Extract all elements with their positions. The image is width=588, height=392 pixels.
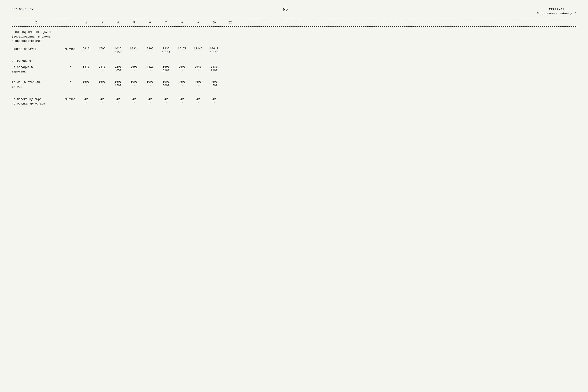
air-flow-col4: 4027 6156 (110, 47, 126, 54)
air-flow-col2: 5813 - (78, 47, 94, 54)
header-right: 22242-01 Продолжение таблицы 5 (537, 8, 576, 15)
doc-id: 902-03-6I.87 (12, 8, 33, 11)
stabilizers-col6: 3000 - (142, 80, 158, 87)
col-header-3: 3 (94, 21, 110, 24)
column-headers: I 2 3 4 5 6 7 8 9 IO II (12, 20, 576, 26)
aeration-col4: 2200 4050 (110, 65, 126, 72)
air-flow-col9: 12242 - (190, 47, 206, 54)
doc-number: 22242-01 (537, 8, 576, 11)
stabilizers-col8: 4500 - (174, 80, 190, 87)
air-flow-col8: 15170 - (174, 47, 190, 54)
pumping-col10: 20 - (206, 97, 222, 104)
pumping-col7: 20 - (158, 97, 174, 104)
col-header-8: 8 (174, 21, 190, 24)
stabilizers-col4: 1500 1500 (110, 80, 126, 87)
stabilizers-col2: 1500 - (78, 80, 94, 87)
air-flow-unit: м3/час (62, 47, 78, 51)
col-header-1: I (12, 21, 62, 24)
stabilizers-col5: 3000 - (126, 80, 142, 87)
pumping-col5: 20 - (126, 97, 142, 104)
air-flow-col5: 10324 - (126, 47, 142, 54)
pumping-unit: м3/час (62, 97, 78, 101)
pumping-col4: 20 - (110, 97, 126, 104)
aeration-col7: 3690 6160 (158, 65, 174, 72)
table-subtitle: Продолжение таблицы 5 (537, 12, 576, 15)
col-header-7: 7 (158, 21, 174, 24)
col-header-9: 9 (190, 21, 206, 24)
air-flow-row: Расход воздуха м3/час 5813 - 4705 - 4027… (12, 46, 576, 55)
col-header-11: II (222, 21, 238, 24)
pumping-col3: 20 - (94, 97, 110, 104)
aeration-col5: 6590 - (126, 65, 142, 72)
aeration-label: на аэрацию в аэротенки (12, 65, 62, 74)
aeration-col2: 3870 - (78, 65, 94, 72)
aeration-col9: 6940 - (190, 65, 206, 72)
stabilizers-col10: 4500 4500 (206, 80, 222, 87)
col-header-6: 6 (142, 21, 158, 24)
section-title-row: ПРОИЗВОДСТВЕННОЕ ЗДАНИЕ (воздуходувная в… (12, 28, 576, 44)
pumping-label: На перекачку сыро- го осадка эрлифтами (12, 97, 62, 106)
stabilizers-col3: 1500 - (94, 80, 110, 87)
page-header: 902-03-6I.87 65 22242-01 Продолжение таб… (12, 8, 576, 15)
stabilizers-col7: 3000 3000 (158, 80, 174, 87)
col-header-10: IO (206, 21, 222, 24)
incl-label: в том числе: (12, 59, 62, 64)
col-header-2: 2 (78, 21, 94, 24)
col-header-5: 5 (126, 21, 142, 24)
header-bottom-border (12, 26, 576, 27)
air-flow-col10: 10619 15100 (206, 47, 222, 54)
top-border (12, 19, 576, 19)
incl-row: в том числе: (12, 57, 576, 64)
stabilizers-col9: 4500 - (190, 80, 206, 87)
section-title-label: ПРОИЗВОДСТВЕННОЕ ЗДАНИЕ (воздуходувная в… (12, 30, 62, 44)
pumping-col9: 20 - (190, 97, 206, 104)
pumping-col8: 20 - (174, 97, 190, 104)
aeration-row: на аэрацию в аэротенки " 3870 - 2870 - 2… (12, 64, 576, 75)
air-flow-col7: 7235 10184 (158, 47, 174, 54)
aeration-unit: " (62, 65, 78, 69)
air-flow-label: Расход воздуха (12, 47, 62, 52)
stabilizers-unit: " (62, 80, 78, 84)
air-flow-col6: 8365 - (142, 47, 158, 54)
stabilizers-label: То же, в стабили- заторы (12, 80, 62, 89)
stabilizers-row: То же, в стабили- заторы " 1500 - 1500 -… (12, 79, 576, 90)
air-flow-col3: 4705 - (94, 47, 110, 54)
col-header-4: 4 (110, 21, 126, 24)
pumping-row: На перекачку сыро- го осадка эрлифтами м… (12, 96, 576, 107)
aeration-col6: 4810 - (142, 65, 158, 72)
aeration-col10: 5330 9100 (206, 65, 222, 72)
main-table: I 2 3 4 5 6 7 8 9 IO II ПРОИЗВОДСТВЕННОЕ… (12, 19, 576, 107)
aeration-col3: 2870 - (94, 65, 110, 72)
page-number: 65 (283, 7, 288, 12)
pumping-col2: 20 - (78, 97, 94, 104)
pumping-col6: 20 - (142, 97, 158, 104)
aeration-col8: 9600 - (174, 65, 190, 72)
